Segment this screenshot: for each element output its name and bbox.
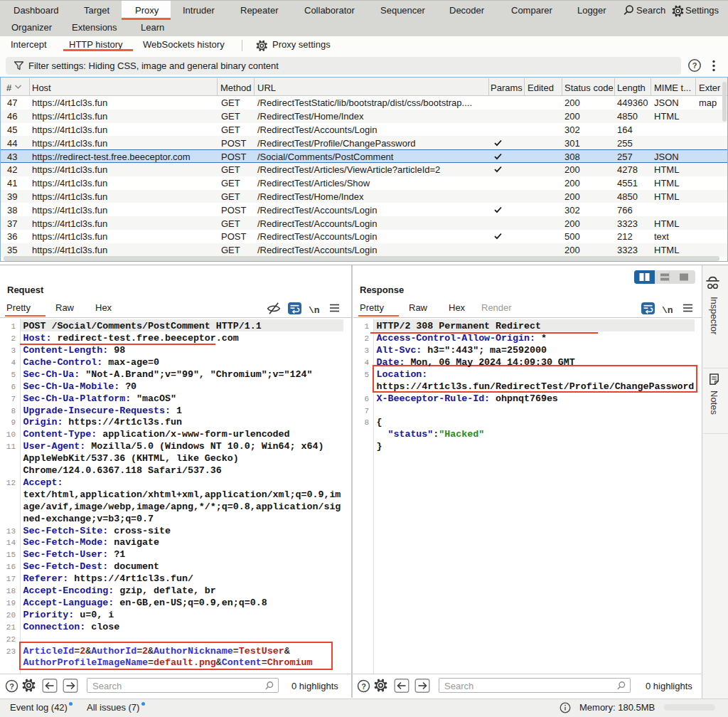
svg-text:?: ? [361,681,366,690]
svg-text:?: ? [692,61,697,70]
svg-text:?: ? [9,681,14,690]
